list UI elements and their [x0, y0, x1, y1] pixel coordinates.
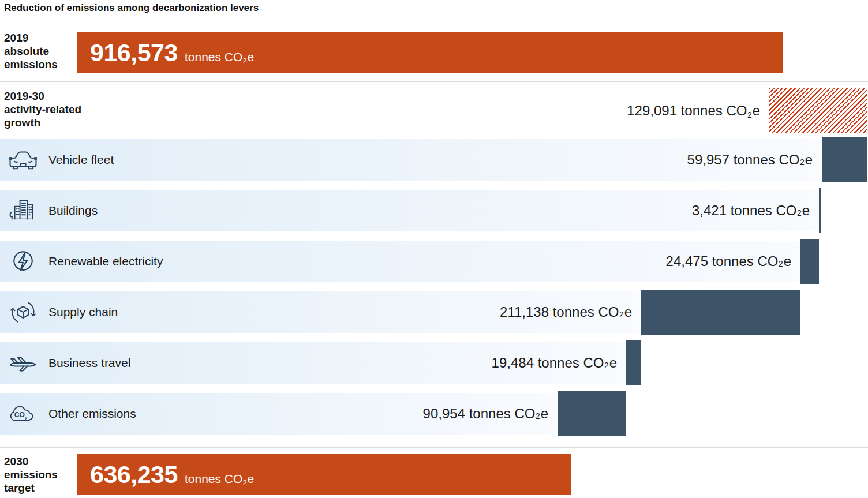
target-value: 636,235 — [90, 460, 178, 488]
lever-bar — [800, 239, 819, 284]
growth-value: 129,091 tonnes CO2e — [627, 88, 760, 133]
svg-text:CO: CO — [14, 411, 25, 419]
lever-bar — [819, 188, 821, 233]
start-unit: tonnes CO2e — [185, 50, 254, 63]
divider — [0, 447, 868, 448]
target-unit: tonnes CO2e — [185, 472, 254, 485]
lever-row-vehicle-fleet: Vehicle fleet 59,957 tonnes CO2e — [0, 139, 868, 181]
lever-row-supply-chain: Supply chain 211,138 tonnes CO2e — [0, 291, 868, 333]
lever-value: 211,138 tonnes CO2e — [500, 290, 632, 335]
chart-title: Reduction of emissions among decarboniza… — [4, 2, 259, 14]
svg-text:2: 2 — [25, 415, 28, 421]
divider — [0, 81, 868, 82]
lever-label: Business travel — [48, 342, 130, 384]
lever-value: 19,484 tonnes CO2e — [492, 340, 617, 385]
lever-row-buildings: Buildings 3,421 tonnes CO2e — [0, 190, 868, 231]
lever-label: Renewable electricity — [48, 241, 163, 282]
lever-label: Vehicle fleet — [48, 139, 114, 181]
growth-hatched-bar — [769, 88, 867, 133]
lever-label: Other emissions — [48, 393, 136, 435]
lever-row-renewable-electricity: Renewable electricity 24,475 tonnes CO2e — [0, 241, 868, 282]
lever-bar — [641, 290, 800, 335]
airplane-icon — [8, 347, 39, 379]
supply-chain-icon — [8, 297, 39, 328]
lever-bar — [626, 340, 641, 385]
lever-bar — [822, 137, 867, 182]
emissions-waterfall-chart: Reduction of emissions among decarboniza… — [0, 0, 868, 498]
lever-row-business-travel: Business travel 19,484 tonnes CO2e — [0, 342, 868, 384]
lever-row-other-emissions: CO 2 Other emissions 90,954 tonnes CO2e — [0, 393, 868, 435]
lever-rows: Vehicle fleet 59,957 tonnes CO2e Buildin… — [0, 139, 868, 444]
car-icon — [8, 144, 39, 175]
target-label: 2030emissionstarget — [4, 455, 76, 495]
start-value: 916,573 — [90, 39, 178, 66]
lever-value: 3,421 tonnes CO2e — [692, 188, 810, 233]
lever-bar — [558, 391, 626, 436]
buildings-icon — [8, 195, 39, 226]
co2-cloud-icon: CO 2 — [8, 398, 39, 429]
growth-label: 2019-30activity-relatedgrowth — [4, 89, 119, 130]
lever-label: Supply chain — [48, 291, 118, 333]
target-total-bar: 636,235tonnes CO2e — [77, 454, 571, 495]
lever-label: Buildings — [48, 190, 98, 231]
start-label: 2019absoluteemissions — [4, 31, 76, 72]
start-total-bar: 916,573tonnes CO2e — [77, 32, 783, 73]
lever-value: 24,475 tonnes CO2e — [666, 239, 791, 284]
lever-value: 59,957 tonnes CO2e — [687, 137, 813, 182]
lightning-icon — [8, 246, 39, 277]
lever-value: 90,954 tonnes CO2e — [423, 391, 548, 436]
